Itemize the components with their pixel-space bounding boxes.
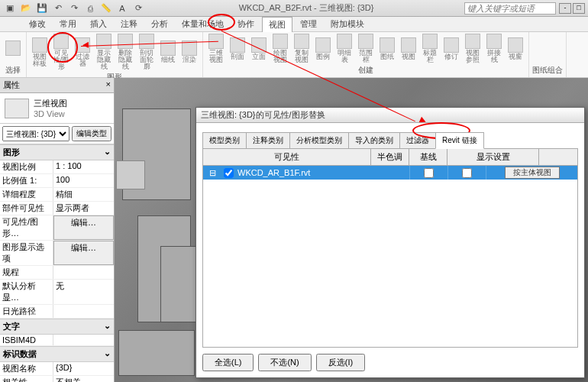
ribbon: 选择视图样板可见性/图形过滤器显示隐藏线删除隐藏线剖切面轮廓细线渲染图形三维视图… (0, 32, 588, 78)
text-icon[interactable]: A (115, 2, 129, 15)
ribbon-图例[interactable]: 图例 (313, 37, 333, 60)
sync-icon[interactable]: ⟳ (131, 2, 145, 15)
ribbon-绘图视图[interactable]: 绘图视图 (270, 34, 290, 63)
tab-管理[interactable]: 管理 (294, 17, 323, 31)
select-none-button[interactable]: 不选(N) (258, 354, 311, 371)
dialog-tab-5[interactable]: Revit 链接 (435, 132, 484, 149)
ribbon-剖切面轮廓[interactable]: 剖切面轮廓 (137, 34, 157, 70)
ribbon-标题栏[interactable]: 标题栏 (420, 34, 440, 63)
ribbon-tabs: 修改常用插入注释分析体量和场地协作视图管理附加模块 (0, 17, 588, 32)
invert-selection-button[interactable]: 反选(I) (316, 354, 365, 371)
ribbon-剖面[interactable]: 剖面 (228, 37, 247, 60)
ribbon-icon (75, 37, 90, 53)
print-icon[interactable]: ⎙ (83, 2, 97, 15)
tab-协作[interactable]: 协作 (231, 17, 260, 31)
props-row[interactable]: 视图名称{3D} (0, 362, 114, 376)
ribbon-icon (444, 37, 459, 53)
ribbon-icon (182, 40, 197, 56)
undo-icon[interactable]: ↶ (51, 2, 65, 15)
ribbon-视图[interactable]: 视图 (399, 37, 418, 60)
ribbon-明细表[interactable]: 明细表 (334, 34, 354, 63)
props-row[interactable]: 部件可见性显示两者 (0, 202, 114, 215)
ribbon-[interactable] (3, 40, 23, 57)
ribbon-icon (53, 34, 69, 49)
properties-title: 属性 × (0, 78, 114, 93)
tab-体量和场地[interactable]: 体量和场地 (176, 17, 230, 31)
props-row[interactable]: 规程 (0, 266, 114, 280)
instance-selector[interactable]: 三维视图: {3D} (2, 126, 69, 141)
ribbon-icon (486, 34, 502, 49)
tab-常用[interactable]: 常用 (53, 17, 82, 31)
props-row[interactable]: 可见性/图形…编辑… (0, 215, 114, 241)
ribbon-icon (294, 34, 309, 49)
expand-icon[interactable]: ⊟ (203, 168, 221, 178)
tab-修改[interactable]: 修改 (23, 17, 52, 31)
display-settings-button[interactable]: 按主体视图 (505, 167, 560, 179)
save-icon[interactable]: 💾 (35, 2, 49, 15)
props-section-图形[interactable]: 图形⌄ (0, 144, 114, 160)
maximize-button[interactable]: □ (573, 3, 585, 14)
app-button[interactable]: ▣ (3, 2, 17, 15)
ribbon-范围框[interactable]: 范围框 (356, 34, 376, 63)
measure-icon[interactable]: 📏 (99, 2, 113, 15)
link-row[interactable]: ⊟WKCD_AR_B1F.rvt按主体视图 (203, 166, 577, 180)
tab-插入[interactable]: 插入 (84, 17, 113, 31)
props-row[interactable]: 相关性不相关 (0, 376, 114, 382)
ribbon-group-label: 图纸组合 (532, 63, 563, 76)
props-row[interactable]: ISBIM4D (0, 335, 114, 346)
view-type-selector[interactable]: 三维视图 3D View (0, 93, 114, 124)
ribbon-icon (508, 37, 523, 53)
ribbon-视图样板[interactable]: 视图样板 (30, 37, 50, 67)
minimize-button[interactable]: - (559, 3, 571, 14)
props-row[interactable]: 比例值 1:100 (0, 174, 114, 188)
tab-视图[interactable]: 视图 (262, 17, 292, 32)
ribbon-渲染[interactable]: 渲染 (179, 40, 199, 63)
dialog-tab-2[interactable]: 分析模型类别 (289, 132, 349, 149)
dialog-tab-3[interactable]: 导入的类别 (348, 132, 400, 149)
ribbon-icon (118, 34, 133, 49)
ribbon-过滤器[interactable]: 过滤器 (73, 37, 92, 67)
ribbon-icon (251, 37, 267, 53)
open-icon[interactable]: 📂 (19, 2, 33, 15)
dialog-tab-1[interactable]: 注释类别 (246, 132, 290, 149)
props-section-标识数据[interactable]: 标识数据⌄ (0, 346, 114, 362)
ribbon-group-label: 选择 (3, 63, 23, 76)
ribbon-可见性/图形[interactable]: 可见性/图形 (51, 34, 71, 70)
props-section-文字[interactable]: 文字⌄ (0, 319, 114, 335)
underlay-cell[interactable] (447, 166, 486, 180)
ribbon-视窗[interactable]: 视窗 (506, 37, 525, 60)
ribbon-图纸[interactable]: 图纸 (377, 37, 397, 60)
ribbon-立面[interactable]: 立面 (249, 37, 269, 60)
ribbon-复制视图[interactable]: 复制视图 (292, 34, 312, 63)
view-cube[interactable] (116, 160, 145, 189)
props-row[interactable]: 视图比例1 : 100 (0, 160, 114, 174)
ribbon-icon (208, 34, 224, 49)
ribbon-视图参照[interactable]: 视图参照 (463, 34, 483, 63)
edit-type-button[interactable]: 编辑类型 (72, 126, 111, 141)
props-row[interactable]: 详细程度精细 (0, 188, 114, 202)
ribbon-三维视图[interactable]: 三维视图 (206, 34, 226, 63)
window-title: WKCD_AR_B2F.rvt - 三维视图: {3D} (148, 2, 464, 14)
redo-icon[interactable]: ↷ (67, 2, 81, 15)
visibility-checkbox[interactable] (224, 168, 234, 178)
props-row[interactable]: 图形显示选项编辑… (0, 241, 114, 266)
ribbon-显示隐藏线[interactable]: 显示隐藏线 (94, 34, 114, 70)
tab-附加模块[interactable]: 附加模块 (325, 17, 370, 31)
dialog-tab-0[interactable]: 模型类别 (202, 132, 247, 149)
select-all-button[interactable]: 全选(L) (202, 354, 254, 371)
ribbon-icon (465, 34, 480, 49)
ribbon-细线[interactable]: 细线 (158, 40, 178, 63)
ribbon-icon (5, 40, 21, 56)
tab-分析[interactable]: 分析 (145, 17, 174, 31)
ribbon-icon (139, 34, 154, 49)
dialog-tab-4[interactable]: 过滤器 (399, 132, 436, 149)
search-input[interactable] (464, 2, 556, 15)
props-row[interactable]: 日光路径 (0, 305, 114, 319)
tab-注释[interactable]: 注释 (115, 17, 144, 31)
ribbon-拼接线[interactable]: 拼接线 (484, 34, 504, 63)
close-icon[interactable]: × (106, 79, 111, 91)
ribbon-删除隐藏线[interactable]: 删除隐藏线 (115, 34, 135, 70)
ribbon-修订[interactable]: 修订 (441, 37, 461, 60)
props-row[interactable]: 默认分析显…无 (0, 280, 114, 305)
halftone-cell[interactable] (409, 166, 447, 180)
